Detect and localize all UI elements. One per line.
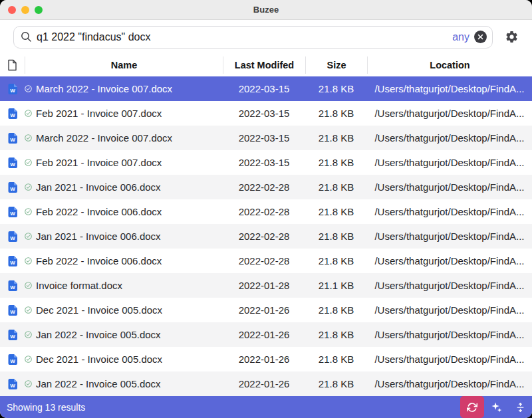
check-circle-icon: [25, 183, 32, 191]
modified-date-cell: 2022-02-28: [223, 181, 305, 193]
refresh-button[interactable]: [460, 396, 484, 418]
file-name: Dec 2021 - Invoice 005.docx: [36, 354, 162, 365]
location-cell: /Users/thatgurjot/Desktop/FindA...: [367, 157, 532, 168]
file-type-cell: W: [0, 133, 25, 144]
location-cell: /Users/thatgurjot/Desktop/FindA...: [367, 231, 532, 242]
file-name-cell: Feb 2021 - Invoice 007.docx: [25, 108, 223, 119]
status-bar: Showing 13 results: [0, 396, 532, 418]
expand-rows-button[interactable]: [508, 396, 532, 418]
file-name-cell: Feb 2022 - Invoice 006.docx: [25, 206, 223, 217]
file-name-cell: Feb 2022 - Invoice 006.docx: [25, 255, 223, 266]
status-actions: [460, 396, 532, 418]
column-header-file-type[interactable]: [0, 56, 25, 74]
table-row[interactable]: W March 2022 - Invoice 007.docx 2022-03-…: [0, 126, 532, 150]
modified-date-cell: 2022-03-15: [223, 132, 305, 144]
file-name-cell: Invoice format.docx: [25, 280, 223, 291]
file-name: Feb 2021 - Invoice 007.docx: [36, 157, 162, 168]
file-name-cell: March 2022 - Invoice 007.docx: [25, 83, 223, 94]
titlebar: Buzee: [0, 0, 532, 20]
table-row[interactable]: W Dec 2021 - Invoice 005.docx 2022-01-26…: [0, 347, 532, 371]
location-cell: /Users/thatgurjot/Desktop/FindA...: [367, 132, 532, 144]
svg-text:W: W: [10, 161, 15, 167]
file-name-cell: Feb 2021 - Invoice 007.docx: [25, 157, 223, 168]
search-scope-chip[interactable]: any: [452, 31, 469, 43]
location-cell: /Users/thatgurjot/Desktop/FindA...: [367, 181, 532, 193]
table-row[interactable]: W Jan 2021 - Invoice 006.docx 2022-02-28…: [0, 175, 532, 199]
file-size-cell: 21.8 KB: [305, 206, 367, 217]
svg-text:W: W: [10, 358, 15, 364]
file-type-cell: W: [0, 256, 25, 266]
file-type-cell: W: [0, 182, 25, 193]
modified-date-cell: 2022-03-15: [223, 108, 305, 119]
file-name: Jan 2021 - Invoice 006.docx: [36, 231, 161, 242]
check-circle-icon: [25, 110, 32, 117]
file-size-cell: 21.8 KB: [305, 181, 367, 193]
location-cell: /Users/thatgurjot/Desktop/FindA...: [367, 280, 532, 291]
table-row[interactable]: W Invoice format.docx 2022-01-28 21.1 KB…: [0, 273, 532, 298]
word-file-icon: W: [8, 182, 17, 193]
modified-date-cell: 2022-01-26: [223, 329, 305, 340]
file-name: Jan 2021 - Invoice 006.docx: [36, 181, 161, 193]
file-type-cell: W: [0, 379, 25, 389]
modified-date-cell: 2022-01-26: [223, 304, 305, 316]
search-box[interactable]: any: [13, 26, 493, 49]
svg-text:W: W: [10, 136, 15, 142]
table-row[interactable]: W Jan 2022 - Invoice 005.docx 2022-01-26…: [0, 371, 532, 396]
location-cell: /Users/thatgurjot/Desktop/FindA...: [367, 304, 532, 316]
sparkles-icon: [491, 401, 502, 413]
word-file-icon: W: [8, 354, 17, 365]
table-row[interactable]: W Dec 2021 - Invoice 005.docx 2022-01-26…: [0, 298, 532, 322]
location-cell: /Users/thatgurjot/Desktop/FindA...: [367, 108, 532, 119]
file-name: Jan 2022 - Invoice 005.docx: [36, 329, 161, 340]
svg-text:W: W: [10, 308, 15, 314]
check-circle-icon: [25, 233, 32, 240]
file-size-cell: 21.8 KB: [305, 108, 367, 119]
svg-text:W: W: [10, 185, 15, 191]
file-size-cell: 21.8 KB: [305, 83, 367, 94]
word-file-icon: W: [8, 280, 17, 291]
modified-date-cell: 2022-02-28: [223, 231, 305, 242]
location-cell: /Users/thatgurjot/Desktop/FindA...: [367, 329, 532, 340]
column-header-name[interactable]: Name: [25, 56, 223, 74]
file-size-cell: 21.8 KB: [305, 132, 367, 144]
file-size-cell: 21.8 KB: [305, 304, 367, 316]
table-header: Name Last Modifed Size Location: [0, 54, 532, 76]
modified-date-cell: 2022-01-26: [223, 354, 305, 365]
settings-button[interactable]: [505, 30, 519, 44]
file-name: Invoice format.docx: [36, 280, 122, 291]
table-row[interactable]: W Feb 2022 - Invoice 006.docx 2022-02-28…: [0, 249, 532, 273]
file-name-cell: Jan 2021 - Invoice 006.docx: [25, 181, 223, 193]
word-file-icon: W: [8, 157, 17, 168]
word-file-icon: W: [8, 379, 17, 389]
column-header-location[interactable]: Location: [367, 56, 532, 74]
word-file-icon: W: [8, 305, 17, 316]
svg-text:W: W: [10, 210, 15, 216]
app-window: Buzee any: [0, 0, 532, 418]
table-row[interactable]: W Jan 2021 - Invoice 006.docx 2022-02-28…: [0, 224, 532, 249]
file-name: March 2022 - Invoice 007.docx: [36, 83, 172, 94]
results-table: W March 2022 - Invoice 007.docx 2022-03-…: [0, 76, 532, 396]
file-type-cell: W: [0, 157, 25, 168]
check-circle-icon: [25, 306, 32, 314]
table-row[interactable]: W Feb 2022 - Invoice 006.docx 2022-02-28…: [0, 199, 532, 224]
word-file-icon: W: [8, 256, 17, 266]
table-row[interactable]: W Feb 2021 - Invoice 007.docx 2022-03-15…: [0, 101, 532, 126]
column-header-size[interactable]: Size: [305, 56, 367, 74]
file-type-cell: W: [0, 354, 25, 365]
file-type-cell: W: [0, 280, 25, 291]
file-name-cell: Jan 2021 - Invoice 006.docx: [25, 231, 223, 242]
ai-assist-button[interactable]: [484, 396, 508, 418]
clear-search-icon[interactable]: [474, 31, 487, 43]
column-header-modified[interactable]: Last Modifed: [223, 56, 305, 74]
search-input[interactable]: [37, 31, 452, 43]
table-row[interactable]: W Feb 2021 - Invoice 007.docx 2022-03-15…: [0, 150, 532, 175]
file-type-cell: W: [0, 330, 25, 340]
table-row[interactable]: W March 2022 - Invoice 007.docx 2022-03-…: [0, 76, 532, 101]
gear-icon: [505, 30, 519, 44]
check-circle-icon: [25, 282, 32, 289]
file-name: Feb 2021 - Invoice 007.docx: [36, 108, 162, 119]
table-row[interactable]: W Jan 2022 - Invoice 005.docx 2022-01-26…: [0, 322, 532, 347]
check-circle-icon: [25, 356, 32, 363]
svg-text:W: W: [10, 112, 15, 118]
modified-date-cell: 2022-03-15: [223, 83, 305, 94]
